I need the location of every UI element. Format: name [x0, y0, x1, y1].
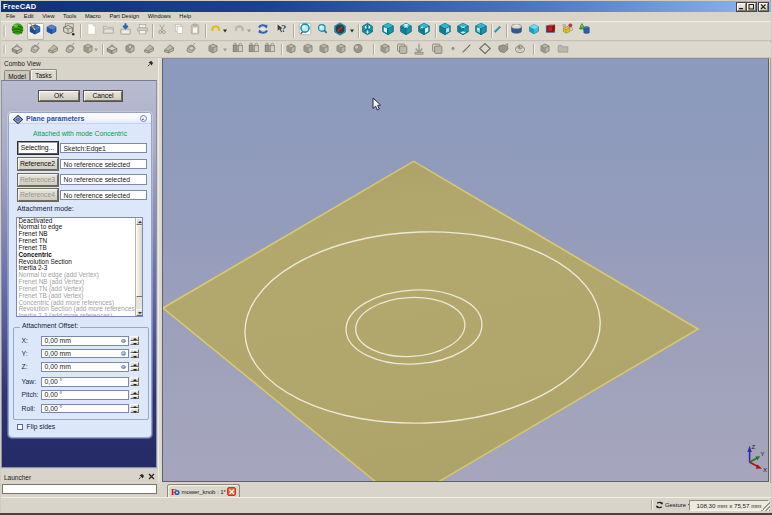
scroll-up-button[interactable]: [136, 218, 143, 225]
menu-windows[interactable]: Windows: [143, 12, 175, 21]
offset-field-z[interactable]: 0,00 mm: [41, 362, 129, 372]
freecad-web-sphere-button[interactable]: [10, 22, 25, 41]
menu-part-design[interactable]: Part Design: [105, 12, 143, 21]
redo-button[interactable]: [234, 22, 245, 41]
offset-field-y[interactable]: 0,00 mm: [41, 349, 129, 359]
draft-button[interactable]: [263, 41, 277, 59]
move-tip-button[interactable]: [430, 41, 444, 59]
reference-button-2[interactable]: Reference2: [18, 158, 58, 170]
expression-icon[interactable]: [121, 365, 126, 370]
reference-field-2[interactable]: No reference selected: [60, 159, 147, 170]
additive-loft-button[interactable]: [46, 41, 60, 59]
placeholder-cube-menu-button[interactable]: [61, 22, 75, 41]
fit-selection-button[interactable]: [317, 22, 328, 41]
part-cube-cyan-button[interactable]: [528, 22, 540, 41]
attachment-mode-list[interactable]: DeactivatedNormal to edgeFrenet NBFrenet…: [16, 217, 143, 317]
view-rear-button[interactable]: [438, 22, 452, 41]
copy-button[interactable]: [173, 22, 185, 41]
collapse-button[interactable]: [140, 115, 147, 122]
maximize-button[interactable]: [747, 3, 756, 11]
multi-transform-button[interactable]: [351, 41, 365, 59]
view-axonometric-button[interactable]: [361, 22, 374, 41]
menu-help[interactable]: Help: [175, 12, 195, 21]
flip-sides-checkbox[interactable]: [17, 424, 23, 430]
title-bar[interactable]: FreeCAD: [1, 1, 771, 12]
offset-spinner-z[interactable]: [130, 362, 139, 372]
resize-grip[interactable]: [761, 502, 770, 511]
pin-icon[interactable]: [138, 473, 145, 480]
dropdown-arrow-icon[interactable]: [350, 30, 354, 33]
launcher-titlebar[interactable]: Launcher: [1, 472, 158, 483]
3d-viewport[interactable]: ZYX: [162, 58, 769, 482]
offset-field-pitch[interactable]: 0,00 °: [41, 390, 129, 400]
fit-all-button[interactable]: [298, 22, 312, 41]
pad-button[interactable]: [10, 41, 24, 59]
view-right-button[interactable]: [417, 22, 431, 41]
open-document-button[interactable]: [102, 22, 115, 41]
document-tab[interactable]: F mower_knob : 1*: [167, 484, 240, 498]
subtractive-pipe-button[interactable]: [184, 41, 198, 59]
linear-pattern-button[interactable]: [301, 41, 315, 59]
offset-field-yaw[interactable]: 0,00 °: [41, 377, 129, 387]
reference-button-4[interactable]: Reference4: [18, 189, 58, 201]
ok-button[interactable]: OK: [39, 91, 79, 101]
view-front-button[interactable]: [381, 22, 395, 41]
measure-distance-button[interactable]: [493, 22, 502, 41]
polar-pattern-button[interactable]: [317, 41, 331, 59]
edit-body-button[interactable]: [28, 22, 42, 41]
offset-spinner-roll[interactable]: [130, 404, 139, 414]
expression-icon[interactable]: [121, 351, 126, 356]
reference-field-4[interactable]: No reference selected: [60, 190, 147, 201]
toolbar-handle[interactable]: [3, 45, 6, 54]
menu-view[interactable]: View: [38, 12, 59, 21]
chamfer-button[interactable]: [247, 41, 261, 59]
navigation-style-button[interactable]: Gesture: [655, 500, 692, 511]
boolean-button[interactable]: [378, 41, 392, 59]
refresh-button[interactable]: [257, 22, 269, 41]
additive-pipe-button[interactable]: [63, 41, 77, 59]
save-document-button[interactable]: [119, 22, 132, 41]
pocket-button[interactable]: [105, 41, 119, 59]
tab-model[interactable]: Model: [4, 70, 30, 80]
minimize-button[interactable]: [737, 3, 746, 11]
scaled-button[interactable]: [334, 41, 348, 59]
dropdown-arrow-icon[interactable]: [94, 48, 98, 51]
tab-tasks[interactable]: Tasks: [30, 69, 57, 80]
migrate-button[interactable]: [395, 41, 409, 59]
whats-this-button[interactable]: ?: [276, 22, 289, 41]
hole-button[interactable]: [123, 41, 137, 59]
reference-field-3[interactable]: No reference selected: [60, 174, 147, 185]
offset-spinner-y[interactable]: [130, 349, 139, 359]
menu-macro[interactable]: Macro: [81, 12, 105, 21]
undo-button[interactable]: [210, 22, 221, 41]
group-button[interactable]: [556, 41, 570, 59]
reference-button-1[interactable]: Selecting...: [18, 142, 58, 154]
offset-spinner-x[interactable]: [130, 336, 139, 346]
part-cylinder-button[interactable]: [510, 22, 523, 41]
close-icon[interactable]: [148, 473, 155, 480]
offset-field-roll[interactable]: 0,00 °: [41, 404, 129, 414]
scroll-down-button[interactable]: [136, 309, 143, 316]
cut-button[interactable]: [156, 22, 168, 41]
additive-primitive-button[interactable]: [81, 41, 95, 59]
subtractive-loft-button[interactable]: [162, 41, 176, 59]
dropdown-arrow-icon[interactable]: [223, 48, 227, 51]
part-cube-red-button[interactable]: [544, 22, 557, 41]
reference-button-3[interactable]: Reference3: [18, 174, 58, 186]
tab-close-button[interactable]: [227, 487, 236, 496]
cancel-button[interactable]: Cancel: [84, 91, 122, 101]
revolution-button[interactable]: [28, 41, 42, 59]
expression-icon[interactable]: [121, 339, 126, 344]
reference-field-1[interactable]: Sketch:Edge1: [60, 143, 147, 154]
clone-button[interactable]: [513, 41, 527, 59]
move-feature-button[interactable]: [412, 41, 426, 59]
offset-spinner-yaw[interactable]: [130, 377, 139, 387]
draw-style-button[interactable]: [333, 22, 347, 41]
menu-tools[interactable]: Tools: [59, 12, 81, 21]
dropdown-arrow-icon[interactable]: [247, 30, 251, 33]
offset-spinner-pitch[interactable]: [130, 390, 139, 400]
paste-button[interactable]: [189, 22, 201, 41]
menu-edit[interactable]: Edit: [20, 12, 38, 21]
view-bottom-button[interactable]: [456, 22, 470, 41]
mirrored-button[interactable]: [284, 41, 298, 59]
